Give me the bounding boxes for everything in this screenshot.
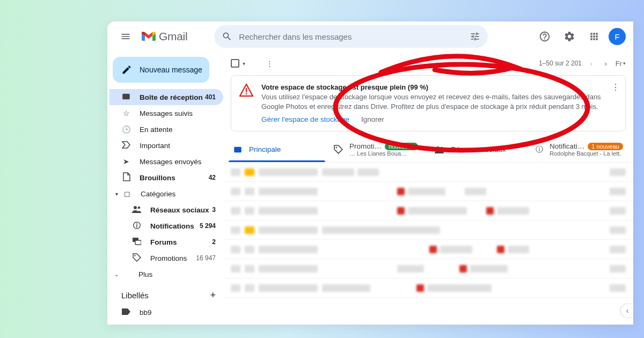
tab-sublabel: Rodolphe Bacquet - La lett. [550,150,623,157]
labels-header: Libellés + [109,282,223,304]
nav-label: Promotions [150,254,187,262]
important-icon [121,141,131,150]
input-tools-button[interactable]: Fr▾ [616,60,626,68]
nav-inbox[interactable]: Boîte de réception 401 [109,89,223,105]
hamburger-icon [120,31,131,42]
nav-label: Brouillons [140,174,175,182]
label-personnel[interactable]: Personnel [109,320,223,325]
mail-row[interactable] [223,201,633,221]
nav-count: 42 [209,174,216,181]
gmail-logo-text: Gmail [159,30,187,43]
nav-count: 5 294 [200,222,216,230]
nav-cat-social[interactable]: Réseaux sociaux 3 [109,202,223,218]
banner-title: Votre espace de stockage est presque ple… [261,83,604,91]
account-avatar[interactable]: F [609,28,626,45]
main-menu-button[interactable] [115,26,136,47]
mail-row[interactable] [223,278,633,298]
body: Nouveau message Boîte de réception 401 ☆… [107,52,633,325]
compose-button[interactable]: Nouveau message [113,57,209,83]
select-all-checkbox[interactable] [231,59,239,68]
help-button[interactable] [535,26,555,47]
inbox-icon [121,92,131,103]
ignore-button[interactable]: Ignorer [361,115,384,123]
svg-point-11 [441,146,443,149]
chevron-down-icon: ▾ [113,191,120,197]
mail-row[interactable] [223,221,633,240]
search-options-icon[interactable] [470,31,480,42]
gear-icon [564,31,575,42]
gmail-logo-icon [142,31,156,42]
tag-icon [334,145,343,154]
nav-count: 16 947 [196,254,216,262]
svg-point-9 [336,147,338,149]
tab-primary[interactable]: Principale [226,137,327,162]
manage-storage-link[interactable]: Gérer l'espace de stockage [261,115,349,123]
main-panel: ▾ ↻ ⋮ 1–50 sur 2 201 ‹ › Fr▾ Votre espac… [223,52,633,325]
side-panel-toggle[interactable]: ‹ [621,304,633,317]
search-input[interactable] [239,32,463,41]
nav-label: En attente [140,126,173,134]
mail-row[interactable] [223,259,633,278]
storage-banner: Votre espace de stockage est presque ple… [231,75,626,131]
mail-list [223,163,633,325]
next-page-button[interactable]: › [601,60,610,68]
gmail-window: Gmail F Nouveau message [107,21,633,325]
tab-label: Réseaux sociaux [451,145,506,153]
nav-starred[interactable]: ☆ Messages suivis [109,105,223,121]
nav-sent[interactable]: ➤ Messages envoyés [109,153,223,170]
label-text: Personnel [140,325,172,325]
nav-count: 401 [205,93,216,101]
nav-cat-updates[interactable]: ⓘ Notifications 5 294 [109,218,223,234]
nav-count: 2 [212,238,216,246]
nav-important[interactable]: Important [109,137,223,153]
nav-drafts[interactable]: Brouillons 42 [109,170,223,186]
select-dropdown-icon[interactable]: ▾ [243,61,245,67]
svg-rect-4 [135,240,141,245]
nav-label: Réseaux sociaux [150,206,209,214]
clock-icon: 🕒 [121,125,131,134]
tab-social[interactable]: Réseaux sociaux [428,137,529,162]
prev-page-button[interactable]: ‹ [587,60,596,68]
label-icon [121,308,131,317]
help-icon [539,31,551,42]
tab-label: Notificati… [550,142,584,150]
banner-menu-button[interactable]: ⋮ [611,82,620,92]
warning-icon [239,83,254,123]
tab-updates[interactable]: ⓘ Notificati…1 nouveau Rodolphe Bacquet … [529,137,630,162]
header-right: F [535,26,626,47]
apps-button[interactable] [584,26,604,47]
tab-promotions[interactable]: Promoti…nouveaux … Les Lianes Boua… [327,137,428,162]
nav-snoozed[interactable]: 🕒 En attente [109,121,223,137]
more-button[interactable]: ⋮ [266,60,273,68]
nav-cat-forums[interactable]: Forums 2 [109,234,223,250]
mail-row[interactable] [223,163,633,182]
nav-categories[interactable]: ▾ ◻ Catégories [109,186,223,202]
tab-sublabel: … Les Lianes Boua… [349,150,418,157]
nav-label: Messages envoyés [140,158,202,166]
nav-cat-promotions[interactable]: Promotions 16 947 [109,250,223,266]
toolbar: ▾ ↻ ⋮ 1–50 sur 2 201 ‹ › Fr▾ [223,52,633,75]
settings-button[interactable] [559,26,580,47]
inbox-icon [233,145,243,155]
gmail-logo[interactable]: Gmail [142,30,187,43]
nav-count: 3 [212,206,216,214]
svg-point-2 [138,206,141,209]
nav-label: Forums [150,238,177,246]
add-label-button[interactable]: + [210,290,216,301]
search-icon [222,31,232,42]
tab-label: Promoti… [349,142,382,150]
sidebar: Nouveau message Boîte de réception 401 ☆… [107,52,223,325]
chevron-down-icon: ⌄ [113,271,120,277]
label-bb9[interactable]: bb9 [109,304,223,320]
send-icon: ➤ [121,157,131,166]
nav-label: Catégories [141,190,175,198]
apps-grid-icon [589,31,599,42]
mail-row[interactable] [223,182,633,201]
label-text: bb9 [140,308,152,317]
mail-row[interactable] [223,240,633,259]
draft-icon [121,172,131,183]
category-tabs: Principale Promoti…nouveaux … Les Lianes… [223,137,633,163]
search-bar[interactable] [214,25,488,48]
svg-rect-8 [234,146,241,152]
nav-more[interactable]: ⌄ Plus [109,266,223,282]
